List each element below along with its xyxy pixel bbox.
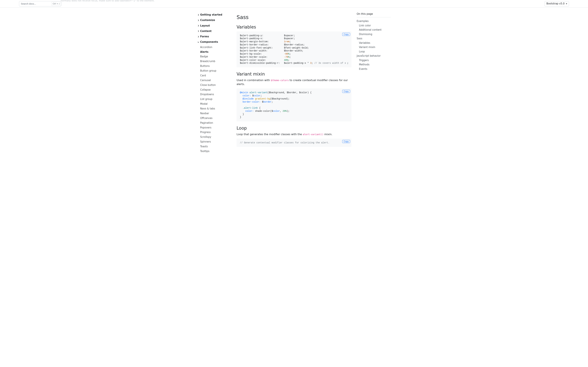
nav-section-getting-started[interactable]: Getting started (197, 12, 231, 17)
sidebar-item-offcanvas[interactable]: Offcanvas (200, 116, 231, 121)
toc-link-variables[interactable]: Variables (357, 41, 391, 45)
sidebar-item-navs-tabs[interactable]: Navs & tabs (200, 106, 231, 111)
sidebar-item-tooltips[interactable]: Tooltips (200, 149, 231, 154)
chevron-right-icon (197, 30, 199, 32)
sidebar-item-scrollspy[interactable]: Scrollspy (200, 135, 231, 139)
toc-link-variant-mixin[interactable]: Variant mixin (357, 45, 391, 50)
sidebar-nav: Getting startedCustomizeLayoutContentFor… (197, 8, 231, 160)
sidebar-item-toasts[interactable]: Toasts (200, 144, 231, 149)
toc-link-events[interactable]: Events (357, 67, 391, 71)
sidebar-item-breadcrumb[interactable]: Breadcrumb (200, 59, 231, 64)
sidebar-item-progress[interactable]: Progress (200, 130, 231, 135)
variables-codeblock: Copy $alert-padding-y: $spacer; $alert-p… (237, 32, 351, 67)
nav-section-label: Customize (200, 18, 215, 22)
theme-colors-code: $theme-colors (271, 79, 289, 82)
toc-title: On this page (357, 12, 391, 17)
chevron-right-icon (197, 35, 199, 38)
sidebar-item-modal[interactable]: Modal (200, 101, 231, 106)
loop-text-pre: Loop that generates the modifier classes… (237, 133, 303, 136)
nav-section-label: Forms (200, 35, 209, 39)
chevron-down-icon (566, 3, 567, 4)
sidebar-item-buttons[interactable]: Buttons (200, 64, 231, 68)
nav-section-label: Components (200, 40, 218, 44)
chevron-right-icon (197, 14, 199, 16)
docs-header: normally does not receive focus, make su… (0, 0, 588, 8)
variant-code: @mixin alert-variant($background, $borde… (240, 91, 348, 119)
copy-button[interactable]: Copy (342, 140, 350, 143)
nav-section-forms[interactable]: Forms (197, 34, 231, 39)
nav-section-label: Getting started (200, 13, 222, 17)
toc-link-loop[interactable]: Loop (357, 50, 391, 54)
copy-button[interactable]: Copy (342, 33, 350, 36)
toc-link-dismissing[interactable]: Dismissing (357, 32, 391, 37)
version-dropdown[interactable]: Bootstrap v5.0 (545, 1, 569, 6)
chevron-right-icon (197, 25, 199, 27)
toc-link-methods[interactable]: Methods (357, 62, 391, 67)
sidebar-item-alerts[interactable]: Alerts (200, 50, 231, 54)
sidebar-item-pagination[interactable]: Pagination (200, 121, 231, 125)
loop-code: // Generate contextual modifier classes … (240, 141, 348, 144)
top-peek-text: normally does not receive focus, make su… (61, 0, 522, 2)
variables-heading: Variables (237, 25, 351, 30)
chevron-right-icon (197, 19, 199, 21)
nav-subnav-components: AccordionAlertsBadgeBreadcrumbButtonsBut… (197, 45, 231, 154)
sidebar-item-navbar[interactable]: Navbar (200, 111, 231, 116)
sidebar-item-dropdowns[interactable]: Dropdowns (200, 92, 231, 97)
sidebar-item-card[interactable]: Card (200, 73, 231, 78)
toc-link-additional-content[interactable]: Additional content (357, 28, 391, 32)
nav-section-customize[interactable]: Customize (197, 17, 231, 23)
sidebar-item-carousel[interactable]: Carousel (200, 78, 231, 83)
main-content: Sass Variables Copy $alert-padding-y: $s… (237, 8, 351, 160)
sidebar-item-button-group[interactable]: Button group (200, 68, 231, 73)
toc-link-link-color[interactable]: Link color (357, 24, 391, 28)
toc-link-examples[interactable]: Examples (357, 19, 391, 24)
search-wrapper: Ctrl + / (19, 1, 61, 6)
loop-codeblock: Copy // Generate contextual modifier cla… (237, 139, 351, 147)
sidebar-item-collapse[interactable]: Collapse (200, 87, 231, 92)
variant-mixin-text: Used in combination with $theme-colors t… (237, 78, 351, 86)
nav-section-label: Content (200, 29, 211, 33)
search-kbd: Ctrl + / (52, 2, 61, 6)
loop-heading: Loop (237, 126, 351, 131)
toc-link-triggers[interactable]: Triggers (357, 58, 391, 63)
nav-section-components[interactable]: Components (197, 39, 231, 45)
variant-mixin-heading: Variant mixin (237, 72, 351, 77)
sidebar-item-close-button[interactable]: Close button (200, 83, 231, 87)
version-label: Bootstrap v5.0 (546, 2, 564, 6)
variant-codeblock: Copy @mixin alert-variant($background, $… (237, 88, 351, 121)
sass-heading: Sass (237, 14, 351, 20)
nav-section-content[interactable]: Content (197, 28, 231, 34)
toc-link-javascript-behavior[interactable]: JavaScript behavior (357, 54, 391, 58)
variables-code: $alert-padding-y: $spacer; $alert-paddin… (240, 34, 348, 65)
loop-text: Loop that generates the modifier classes… (237, 132, 351, 136)
nav-section-label: Layout (200, 24, 210, 28)
variant-text-pre: Used in combination with (237, 79, 271, 82)
sidebar-item-badge[interactable]: Badge (200, 54, 231, 59)
copy-button[interactable]: Copy (342, 90, 350, 93)
sidebar-item-popovers[interactable]: Popovers (200, 125, 231, 130)
alert-variant-code: alert-variant() (303, 133, 323, 136)
sidebar-item-list-group[interactable]: List group (200, 97, 231, 101)
sidebar-item-accordion[interactable]: Accordion (200, 45, 231, 50)
loop-text-post: mixin. (324, 133, 332, 136)
chevron-down-icon (197, 41, 199, 43)
sidebar-item-spinners[interactable]: Spinners (200, 139, 231, 144)
nav-section-layout[interactable]: Layout (197, 23, 231, 28)
toc-link-sass[interactable]: Sass (357, 36, 391, 41)
on-this-page: On this pageExamplesLink colorAdditional… (357, 8, 391, 160)
